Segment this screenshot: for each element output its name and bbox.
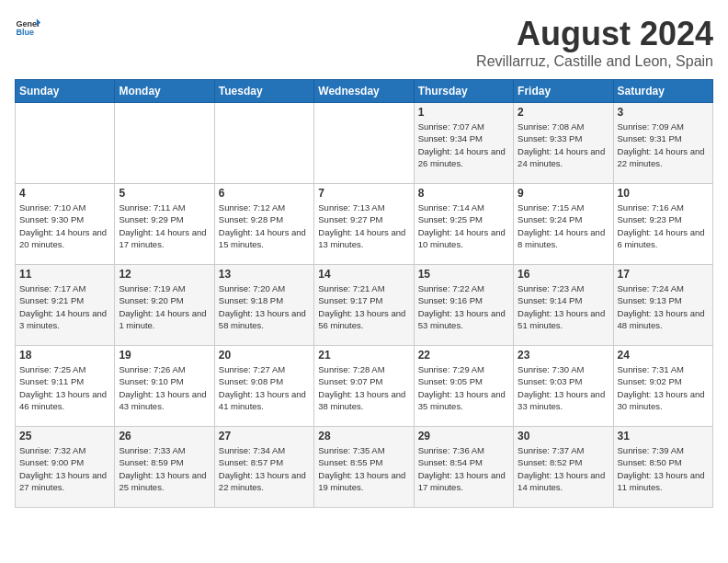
calendar-cell: 25Sunrise: 7:32 AMSunset: 9:00 PMDayligh… <box>16 427 115 508</box>
calendar-cell <box>214 103 313 184</box>
calendar-cell: 12Sunrise: 7:19 AMSunset: 9:20 PMDayligh… <box>115 265 214 346</box>
weekday-header-tuesday: Tuesday <box>214 80 313 103</box>
weekday-header-saturday: Saturday <box>613 80 712 103</box>
location-subtitle: Revillarruz, Castille and Leon, Spain <box>476 53 713 70</box>
calendar-cell: 6Sunrise: 7:12 AMSunset: 9:28 PMDaylight… <box>214 184 313 265</box>
calendar-week-1: 1Sunrise: 7:07 AMSunset: 9:34 PMDaylight… <box>16 103 713 184</box>
cell-content: Sunrise: 7:39 AMSunset: 8:50 PMDaylight:… <box>618 444 709 493</box>
day-number: 15 <box>418 268 509 281</box>
day-number: 1 <box>418 106 509 119</box>
calendar-cell: 9Sunrise: 7:15 AMSunset: 9:24 PMDaylight… <box>514 184 613 265</box>
calendar-cell: 3Sunrise: 7:09 AMSunset: 9:31 PMDaylight… <box>613 103 712 184</box>
month-year-title: August 2024 <box>476 15 713 53</box>
cell-content: Sunrise: 7:29 AMSunset: 9:05 PMDaylight:… <box>418 363 509 412</box>
day-number: 17 <box>618 268 709 281</box>
calendar-cell <box>314 103 414 184</box>
cell-content: Sunrise: 7:36 AMSunset: 8:54 PMDaylight:… <box>418 444 509 493</box>
calendar-cell: 24Sunrise: 7:31 AMSunset: 9:02 PMDayligh… <box>613 346 712 427</box>
calendar-cell: 17Sunrise: 7:24 AMSunset: 9:13 PMDayligh… <box>613 265 712 346</box>
day-number: 28 <box>318 430 409 442</box>
calendar-table: SundayMondayTuesdayWednesdayThursdayFrid… <box>15 79 713 508</box>
day-number: 16 <box>518 268 609 281</box>
cell-content: Sunrise: 7:33 AMSunset: 8:59 PMDaylight:… <box>119 444 210 493</box>
day-number: 4 <box>19 187 110 200</box>
calendar-cell: 10Sunrise: 7:16 AMSunset: 9:23 PMDayligh… <box>613 184 712 265</box>
day-number: 8 <box>418 187 509 200</box>
cell-content: Sunrise: 7:26 AMSunset: 9:10 PMDaylight:… <box>119 363 210 412</box>
day-number: 9 <box>518 187 609 200</box>
calendar-cell: 21Sunrise: 7:28 AMSunset: 9:07 PMDayligh… <box>314 346 414 427</box>
calendar-cell: 28Sunrise: 7:35 AMSunset: 8:55 PMDayligh… <box>314 427 414 508</box>
day-number: 22 <box>418 349 509 362</box>
cell-content: Sunrise: 7:21 AMSunset: 9:17 PMDaylight:… <box>318 282 409 331</box>
day-number: 11 <box>19 268 110 281</box>
cell-content: Sunrise: 7:28 AMSunset: 9:07 PMDaylight:… <box>318 363 409 412</box>
day-number: 12 <box>119 268 210 281</box>
cell-content: Sunrise: 7:10 AMSunset: 9:30 PMDaylight:… <box>19 201 110 250</box>
cell-content: Sunrise: 7:07 AMSunset: 9:34 PMDaylight:… <box>418 121 509 169</box>
cell-content: Sunrise: 7:09 AMSunset: 9:31 PMDaylight:… <box>618 121 709 169</box>
calendar-cell: 22Sunrise: 7:29 AMSunset: 9:05 PMDayligh… <box>414 346 513 427</box>
calendar-cell: 18Sunrise: 7:25 AMSunset: 9:11 PMDayligh… <box>16 346 115 427</box>
calendar-cell: 7Sunrise: 7:13 AMSunset: 9:27 PMDaylight… <box>314 184 414 265</box>
day-number: 23 <box>518 349 609 362</box>
calendar-cell: 15Sunrise: 7:22 AMSunset: 9:16 PMDayligh… <box>414 265 513 346</box>
calendar-cell: 11Sunrise: 7:17 AMSunset: 9:21 PMDayligh… <box>16 265 115 346</box>
weekday-header-thursday: Thursday <box>414 80 513 103</box>
cell-content: Sunrise: 7:11 AMSunset: 9:29 PMDaylight:… <box>119 201 210 250</box>
day-number: 14 <box>318 268 409 281</box>
calendar-week-4: 18Sunrise: 7:25 AMSunset: 9:11 PMDayligh… <box>16 346 713 427</box>
day-number: 2 <box>518 106 609 119</box>
day-number: 25 <box>19 430 110 442</box>
calendar-cell <box>115 103 214 184</box>
svg-text:Blue: Blue <box>16 28 34 37</box>
day-number: 19 <box>119 349 210 362</box>
calendar-cell: 2Sunrise: 7:08 AMSunset: 9:33 PMDaylight… <box>514 103 613 184</box>
weekday-header-sunday: Sunday <box>16 80 115 103</box>
cell-content: Sunrise: 7:08 AMSunset: 9:33 PMDaylight:… <box>518 121 609 169</box>
day-number: 6 <box>219 187 310 200</box>
calendar-cell: 4Sunrise: 7:10 AMSunset: 9:30 PMDaylight… <box>16 184 115 265</box>
page-header: General Blue August 2024 Revillarruz, Ca… <box>15 15 713 70</box>
cell-content: Sunrise: 7:27 AMSunset: 9:08 PMDaylight:… <box>219 363 310 412</box>
weekday-header-monday: Monday <box>115 80 214 103</box>
cell-content: Sunrise: 7:25 AMSunset: 9:11 PMDaylight:… <box>19 363 110 412</box>
day-number: 5 <box>119 187 210 200</box>
day-number: 7 <box>318 187 409 200</box>
logo: General Blue <box>15 15 40 40</box>
cell-content: Sunrise: 7:14 AMSunset: 9:25 PMDaylight:… <box>418 201 509 250</box>
cell-content: Sunrise: 7:12 AMSunset: 9:28 PMDaylight:… <box>219 201 310 250</box>
day-number: 13 <box>219 268 310 281</box>
cell-content: Sunrise: 7:31 AMSunset: 9:02 PMDaylight:… <box>618 363 709 412</box>
day-number: 26 <box>119 430 210 442</box>
day-number: 18 <box>19 349 110 362</box>
cell-content: Sunrise: 7:32 AMSunset: 9:00 PMDaylight:… <box>19 444 110 493</box>
day-number: 21 <box>318 349 409 362</box>
cell-content: Sunrise: 7:16 AMSunset: 9:23 PMDaylight:… <box>618 201 709 250</box>
day-number: 3 <box>618 106 709 119</box>
calendar-cell: 8Sunrise: 7:14 AMSunset: 9:25 PMDaylight… <box>414 184 513 265</box>
day-number: 24 <box>618 349 709 362</box>
calendar-week-2: 4Sunrise: 7:10 AMSunset: 9:30 PMDaylight… <box>16 184 713 265</box>
calendar-cell: 5Sunrise: 7:11 AMSunset: 9:29 PMDaylight… <box>115 184 214 265</box>
cell-content: Sunrise: 7:20 AMSunset: 9:18 PMDaylight:… <box>219 282 310 331</box>
day-number: 10 <box>618 187 709 200</box>
calendar-cell: 16Sunrise: 7:23 AMSunset: 9:14 PMDayligh… <box>514 265 613 346</box>
cell-content: Sunrise: 7:13 AMSunset: 9:27 PMDaylight:… <box>318 201 409 250</box>
weekday-header-friday: Friday <box>514 80 613 103</box>
cell-content: Sunrise: 7:15 AMSunset: 9:24 PMDaylight:… <box>518 201 609 250</box>
cell-content: Sunrise: 7:22 AMSunset: 9:16 PMDaylight:… <box>418 282 509 331</box>
logo-icon: General Blue <box>15 15 40 40</box>
calendar-cell: 30Sunrise: 7:37 AMSunset: 8:52 PMDayligh… <box>514 427 613 508</box>
calendar-week-3: 11Sunrise: 7:17 AMSunset: 9:21 PMDayligh… <box>16 265 713 346</box>
calendar-cell: 29Sunrise: 7:36 AMSunset: 8:54 PMDayligh… <box>414 427 513 508</box>
calendar-cell: 31Sunrise: 7:39 AMSunset: 8:50 PMDayligh… <box>613 427 712 508</box>
cell-content: Sunrise: 7:30 AMSunset: 9:03 PMDaylight:… <box>518 363 609 412</box>
cell-content: Sunrise: 7:24 AMSunset: 9:13 PMDaylight:… <box>618 282 709 331</box>
cell-content: Sunrise: 7:34 AMSunset: 8:57 PMDaylight:… <box>219 444 310 493</box>
calendar-header: SundayMondayTuesdayWednesdayThursdayFrid… <box>16 80 713 103</box>
cell-content: Sunrise: 7:37 AMSunset: 8:52 PMDaylight:… <box>518 444 609 493</box>
calendar-cell: 19Sunrise: 7:26 AMSunset: 9:10 PMDayligh… <box>115 346 214 427</box>
cell-content: Sunrise: 7:35 AMSunset: 8:55 PMDaylight:… <box>318 444 409 493</box>
day-number: 27 <box>219 430 310 442</box>
